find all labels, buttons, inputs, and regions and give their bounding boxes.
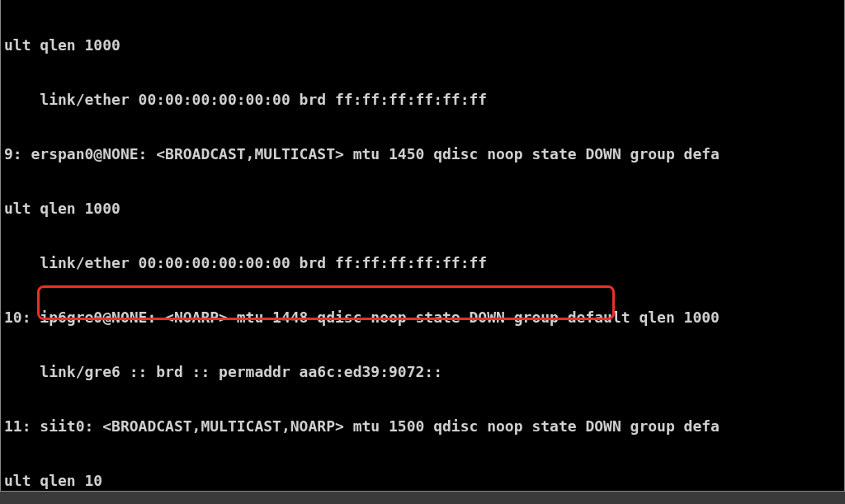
output-line: link/gre6 :: brd :: permaddr aa6c:ed39:9… (4, 363, 841, 381)
output-line: ult qlen 10 (4, 472, 841, 490)
output-line: 11: siit0: <BROADCAST,MULTICAST,NOARP> m… (4, 417, 841, 436)
output-line: link/ether 00:00:00:00:00:00 brd ff:ff:f… (4, 91, 841, 109)
output-line: ult qlen 1000 (4, 36, 841, 54)
output-line: 10: ip6gre0@NONE: <NOARP> mtu 1448 qdisc… (4, 309, 841, 327)
output-line: ult qlen 1000 (4, 200, 841, 218)
border-strip (0, 492, 845, 504)
terminal-window[interactable]: ult qlen 1000 link/ether 00:00:00:00:00:… (0, 0, 845, 492)
output-line: link/ether 00:00:00:00:00:00 brd ff:ff:f… (4, 254, 841, 272)
output-line: 9: erspan0@NONE: <BROADCAST,MULTICAST> m… (4, 145, 841, 163)
